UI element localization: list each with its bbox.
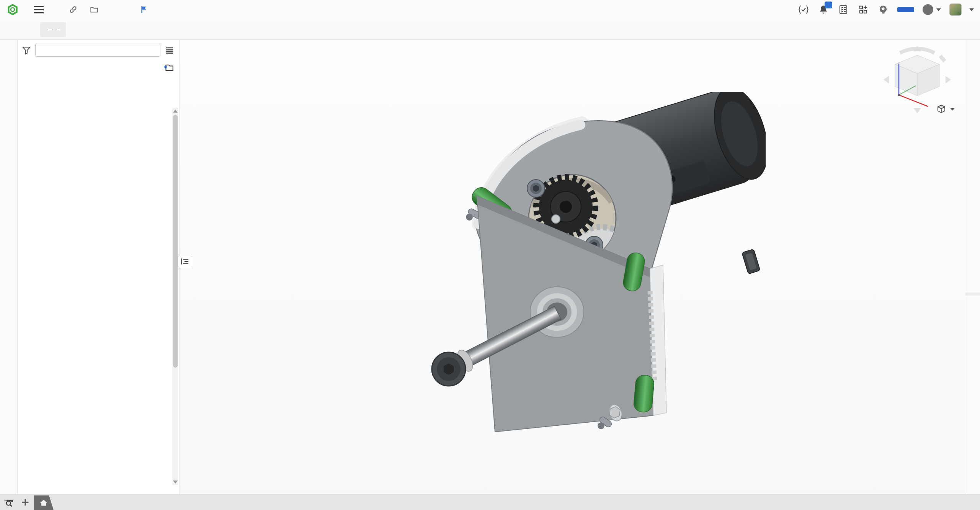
user-avatar[interactable] — [949, 3, 962, 16]
help-caret-icon[interactable] — [936, 8, 941, 11]
bottom-tab-bar — [0, 494, 980, 510]
help-button[interactable] — [923, 4, 933, 15]
folder-icon — [90, 5, 99, 14]
notification-badge — [825, 2, 832, 8]
scrollbar-thumb[interactable] — [173, 115, 178, 368]
graphics-canvas[interactable] — [180, 40, 965, 494]
view-options-menu[interactable] — [936, 104, 955, 114]
kbd-alt — [47, 29, 53, 30]
viewcube-body[interactable] — [895, 55, 939, 96]
learning-center-icon[interactable] — [877, 4, 889, 15]
socket-screw-1[interactable] — [527, 180, 545, 197]
filter-input[interactable] — [35, 44, 160, 57]
tasks-icon[interactable] — [838, 4, 849, 15]
onshape-logo[interactable] — [6, 3, 22, 16]
follow-flag-icon[interactable] — [140, 5, 148, 14]
kbd-c — [56, 29, 61, 30]
add-tab-button[interactable] — [17, 495, 34, 510]
scroll-down-icon[interactable] — [173, 481, 178, 484]
left-icon-strip — [0, 40, 18, 494]
scroll-up-icon[interactable] — [173, 110, 178, 113]
panel-scrollbar[interactable] — [172, 108, 178, 485]
document-location[interactable] — [90, 5, 101, 14]
panel-flyout-button[interactable] — [178, 256, 192, 267]
top-bar — [0, 0, 980, 19]
search-tabs-icon[interactable] — [0, 495, 17, 510]
home-tab-button[interactable] — [34, 495, 54, 510]
view-menu-caret-icon — [950, 108, 955, 111]
list-view-icon[interactable] — [164, 45, 175, 55]
share-button[interactable] — [897, 7, 914, 12]
instances-panel — [18, 40, 180, 494]
onshape-logo-icon — [6, 3, 19, 16]
add-folder-icon[interactable] — [163, 62, 174, 72]
link-icon[interactable] — [67, 4, 79, 15]
notifications-bell-icon[interactable] — [818, 4, 829, 15]
assembly-3d-model[interactable] — [421, 92, 766, 436]
motor-connector[interactable] — [742, 249, 760, 274]
standoff-green-3[interactable] — [633, 374, 655, 413]
shaded-cube-icon — [936, 104, 946, 114]
filter-funnel-icon[interactable] — [21, 45, 31, 55]
search-tools[interactable] — [40, 22, 66, 37]
user-menu-caret-icon[interactable] — [969, 8, 974, 11]
menu-hamburger-icon[interactable] — [34, 6, 44, 13]
assembly-toolbar — [0, 19, 980, 40]
versions-icon[interactable] — [798, 4, 809, 15]
apps-grid-icon[interactable] — [858, 4, 869, 15]
right-app-strip — [965, 40, 980, 494]
